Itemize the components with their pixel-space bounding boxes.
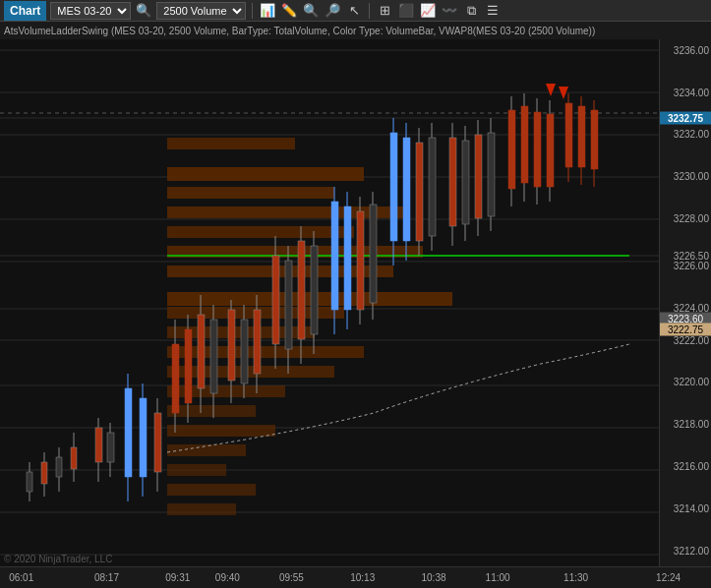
time-1013: 10:13 <box>350 572 375 583</box>
price-3218: 3218.00 <box>674 419 709 430</box>
chart-label: Chart <box>4 1 46 21</box>
svg-rect-40 <box>41 462 47 484</box>
price-3222: 3222.00 <box>674 334 709 345</box>
svg-rect-94 <box>449 138 456 226</box>
svg-rect-42 <box>56 457 62 477</box>
svg-rect-104 <box>521 106 528 183</box>
svg-rect-74 <box>298 241 305 339</box>
svg-rect-21 <box>167 206 403 218</box>
chart1-icon[interactable]: ⬛ <box>397 2 415 20</box>
svg-rect-54 <box>154 413 161 472</box>
svg-rect-110 <box>565 103 572 167</box>
copy-icon[interactable]: ⊞ <box>376 2 393 20</box>
time-1038: 10:38 <box>422 572 446 583</box>
svg-rect-19 <box>167 187 334 199</box>
svg-rect-84 <box>370 205 377 303</box>
svg-rect-35 <box>167 503 236 515</box>
svg-rect-38 <box>27 472 32 492</box>
svg-rect-34 <box>167 484 256 496</box>
time-0955: 09:55 <box>279 572 304 583</box>
svg-rect-22 <box>167 226 354 238</box>
svg-rect-60 <box>198 315 205 388</box>
svg-rect-70 <box>272 256 279 344</box>
bars-icon[interactable]: 📊 <box>259 2 276 20</box>
chart3-icon[interactable]: 〰️ <box>441 2 458 20</box>
svg-rect-100 <box>488 133 495 216</box>
price-3234: 3234.00 <box>674 87 709 97</box>
copyright-text: © 2020 NinjaTrader, LLC <box>4 554 112 564</box>
volume-select[interactable]: 2500 Volume <box>156 2 246 20</box>
svg-rect-98 <box>475 135 482 218</box>
chart4-icon[interactable]: ⧉ <box>462 2 480 20</box>
svg-rect-96 <box>462 141 469 224</box>
svg-rect-62 <box>210 320 217 393</box>
svg-rect-56 <box>172 344 179 413</box>
svg-rect-114 <box>591 110 598 169</box>
search-icon[interactable]: 🔍 <box>135 2 152 20</box>
svg-rect-82 <box>357 211 364 310</box>
time-1100: 11:00 <box>486 572 510 583</box>
price-3236: 3236.00 <box>674 44 709 55</box>
cursor-icon[interactable]: ↖ <box>345 2 363 20</box>
chart-svg <box>0 39 659 566</box>
price-3216: 3216.00 <box>674 461 709 472</box>
svg-rect-27 <box>167 346 364 358</box>
svg-rect-92 <box>429 138 436 236</box>
svg-rect-18 <box>167 167 364 181</box>
svg-rect-78 <box>331 202 338 310</box>
zoom-out-icon[interactable]: 🔎 <box>324 2 341 20</box>
price-323275-highlight: 3232.75 <box>660 112 711 125</box>
price-3214: 3214.00 <box>674 503 709 514</box>
svg-rect-20 <box>167 138 295 149</box>
chart-subtitle: AtsVolumeLadderSwing (MES 03-20, 2500 Vo… <box>0 22 711 39</box>
svg-rect-50 <box>125 388 132 477</box>
svg-rect-44 <box>71 447 77 469</box>
svg-rect-32 <box>167 444 246 456</box>
svg-rect-86 <box>390 133 397 241</box>
svg-rect-66 <box>241 320 248 383</box>
svg-rect-30 <box>167 405 256 417</box>
price-3226: 3226.00 <box>674 261 709 271</box>
price-axis: 3236.00 3234.00 3232.75 3232.00 3230.00 … <box>659 39 711 566</box>
svg-rect-28 <box>167 366 334 378</box>
price-3228: 3228.00 <box>674 213 709 224</box>
svg-rect-106 <box>534 112 541 187</box>
price-3220: 3220.00 <box>674 377 709 387</box>
time-0940: 09:40 <box>215 572 240 583</box>
chart-area: AtsVolumeLadderSwing (MES 03-20, 2500 Vo… <box>0 22 711 588</box>
time-0817: 08:17 <box>94 572 119 583</box>
price-3230: 3230.00 <box>674 171 709 182</box>
pencil-icon[interactable]: ✏️ <box>280 2 298 20</box>
svg-rect-68 <box>254 310 261 374</box>
svg-rect-64 <box>228 310 235 381</box>
svg-rect-31 <box>167 425 275 437</box>
time-1224: 12:24 <box>656 572 681 583</box>
svg-rect-17 <box>167 292 452 306</box>
svg-rect-112 <box>578 106 585 167</box>
separator <box>252 3 253 19</box>
instrument-select[interactable]: MES 03-20 <box>50 2 131 20</box>
price-3232: 3232.00 <box>674 129 709 140</box>
toolbar: Chart MES 03-20 🔍 2500 Volume 📊 ✏️ 🔍 🔎 ↖… <box>0 0 711 22</box>
list-icon[interactable]: ☰ <box>484 2 502 20</box>
zoom-in-icon[interactable]: 🔍 <box>302 2 320 20</box>
svg-rect-88 <box>403 138 410 241</box>
time-0601: 06:01 <box>9 572 33 583</box>
svg-rect-33 <box>167 464 226 476</box>
time-axis: 06:01 08:17 09:31 09:40 09:55 10:13 10:3… <box>0 566 711 588</box>
price-3212: 3212.00 <box>674 545 709 556</box>
separator2 <box>369 3 370 19</box>
price-32265-order: 3226.50 <box>674 250 709 261</box>
svg-rect-90 <box>416 143 423 241</box>
svg-rect-80 <box>344 206 351 310</box>
svg-rect-48 <box>107 433 114 462</box>
svg-rect-76 <box>311 246 318 334</box>
chart2-icon[interactable]: 📈 <box>419 2 437 20</box>
svg-rect-58 <box>185 329 192 403</box>
time-1130: 11:30 <box>563 572 588 583</box>
svg-rect-46 <box>95 428 102 462</box>
svg-rect-108 <box>547 114 554 187</box>
svg-rect-52 <box>140 398 147 477</box>
time-0931: 09:31 <box>165 572 190 583</box>
svg-rect-102 <box>508 110 515 189</box>
